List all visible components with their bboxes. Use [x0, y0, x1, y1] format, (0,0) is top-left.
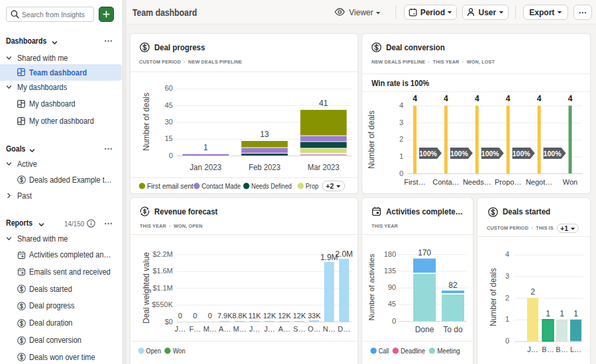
svg-text:Meeting: Meeting [437, 347, 460, 355]
svg-text:Deal weighted value: Deal weighted value [142, 252, 151, 324]
svg-text:J…: J… [249, 325, 260, 333]
svg-text:J…: J… [175, 325, 186, 333]
svg-text:1: 1 [505, 315, 509, 323]
svg-text:4: 4 [506, 94, 511, 103]
svg-text:Contact Made: Contact Made [202, 183, 241, 190]
svg-text:First email sent: First email sent [147, 183, 193, 190]
svg-text:Done: Done [415, 325, 434, 334]
svg-text:Number of deals: Number of deals [142, 93, 151, 151]
svg-text:4: 4 [413, 94, 417, 103]
svg-text:170: 170 [418, 248, 431, 257]
svg-text:100%: 100% [450, 150, 469, 158]
svg-text:Number of activities: Number of activities [368, 253, 375, 320]
svg-text:100%: 100% [544, 150, 562, 158]
svg-text:1: 1 [399, 152, 403, 160]
svg-text:3: 3 [399, 118, 403, 126]
svg-text:$0: $0 [165, 318, 173, 326]
svg-text:B…: B… [542, 345, 554, 353]
svg-text:2: 2 [399, 135, 403, 143]
svg-text:100%: 100% [481, 150, 500, 158]
svg-text:8.8K: 8.8K [232, 312, 248, 320]
svg-text:2: 2 [505, 294, 509, 302]
svg-text:Won: Won [173, 347, 185, 355]
svg-text:J…: J… [527, 345, 538, 353]
svg-text:Needs Defined: Needs Defined [252, 183, 292, 190]
svg-text:0: 0 [505, 337, 509, 345]
svg-text:11K: 11K [248, 312, 261, 320]
svg-text:$550K: $550K [152, 300, 173, 308]
svg-text:O…: O… [308, 325, 321, 333]
svg-text:180: 180 [384, 250, 396, 258]
svg-text:12K: 12K [293, 312, 306, 320]
svg-text:Open: Open [146, 347, 162, 355]
svg-text:2.0M: 2.0M [335, 250, 353, 259]
svg-text:100%: 100% [513, 150, 531, 158]
svg-text:60: 60 [165, 84, 173, 92]
svg-text:Negot…: Negot… [526, 178, 552, 186]
svg-text:N…: N… [323, 325, 336, 333]
svg-text:Call: Call [379, 347, 389, 355]
svg-text:12K: 12K [278, 312, 291, 320]
svg-text:2: 2 [530, 287, 535, 296]
svg-text:41: 41 [319, 99, 328, 108]
svg-text:1: 1 [560, 309, 564, 318]
svg-text:Needs…: Needs… [463, 178, 491, 186]
svg-text:4: 4 [537, 94, 542, 103]
svg-text:0: 0 [392, 317, 396, 325]
svg-text:L…: L… [570, 345, 581, 353]
svg-text:Number of deals: Number of deals [489, 268, 498, 326]
svg-text:J…: J… [264, 325, 275, 333]
svg-text:45: 45 [165, 101, 173, 109]
svg-text:To do: To do [443, 325, 463, 334]
svg-text:45: 45 [388, 300, 396, 308]
svg-text:33K: 33K [308, 312, 321, 320]
svg-text:Number of deals: Number of deals [367, 111, 376, 169]
svg-text:Propo…: Propo… [495, 178, 521, 186]
svg-text:1: 1 [573, 309, 578, 318]
svg-text:0: 0 [208, 312, 212, 320]
svg-text:M…: M… [203, 325, 217, 333]
svg-text:12K: 12K [263, 312, 276, 320]
svg-text:30: 30 [165, 118, 173, 126]
svg-text:4: 4 [444, 94, 448, 103]
svg-text:0: 0 [399, 169, 403, 177]
svg-text:Deadline: Deadline [401, 347, 425, 355]
svg-text:3: 3 [505, 272, 509, 280]
svg-text:$1.6M: $1.6M [152, 267, 173, 275]
svg-text:82: 82 [448, 281, 458, 290]
svg-text:90: 90 [388, 283, 396, 291]
svg-text:B…: B… [556, 345, 568, 353]
svg-text:$1.1M: $1.1M [152, 284, 173, 292]
svg-text:Jan 2023: Jan 2023 [190, 163, 222, 172]
svg-text:First…: First… [404, 178, 425, 186]
svg-text:0: 0 [169, 152, 173, 159]
svg-text:Feb 2023: Feb 2023 [249, 163, 281, 172]
svg-text:Conta…: Conta… [432, 178, 459, 186]
svg-text:4: 4 [568, 94, 573, 103]
svg-text:Mar 2023: Mar 2023 [308, 163, 340, 172]
svg-text:135: 135 [384, 267, 396, 275]
svg-text:15: 15 [165, 134, 173, 142]
svg-text:4: 4 [399, 101, 403, 109]
svg-text:1: 1 [546, 309, 550, 318]
svg-text:Won: Won [563, 178, 577, 186]
svg-text:S…: S… [293, 325, 305, 333]
svg-text:A…: A… [219, 325, 230, 333]
svg-text:7.9K: 7.9K [217, 312, 232, 320]
svg-text:F…: F… [189, 325, 201, 333]
svg-text:M…: M… [233, 325, 246, 333]
svg-text:D…: D… [338, 325, 350, 333]
svg-text:1: 1 [203, 143, 208, 152]
svg-text:A…: A… [278, 325, 290, 333]
svg-text:4: 4 [505, 250, 509, 258]
svg-text:4: 4 [475, 94, 479, 103]
svg-text:$2.2M: $2.2M [152, 250, 173, 258]
svg-text:100%: 100% [419, 150, 438, 158]
svg-text:0: 0 [178, 312, 182, 320]
svg-text:13: 13 [260, 130, 270, 139]
svg-text:0: 0 [193, 312, 197, 320]
